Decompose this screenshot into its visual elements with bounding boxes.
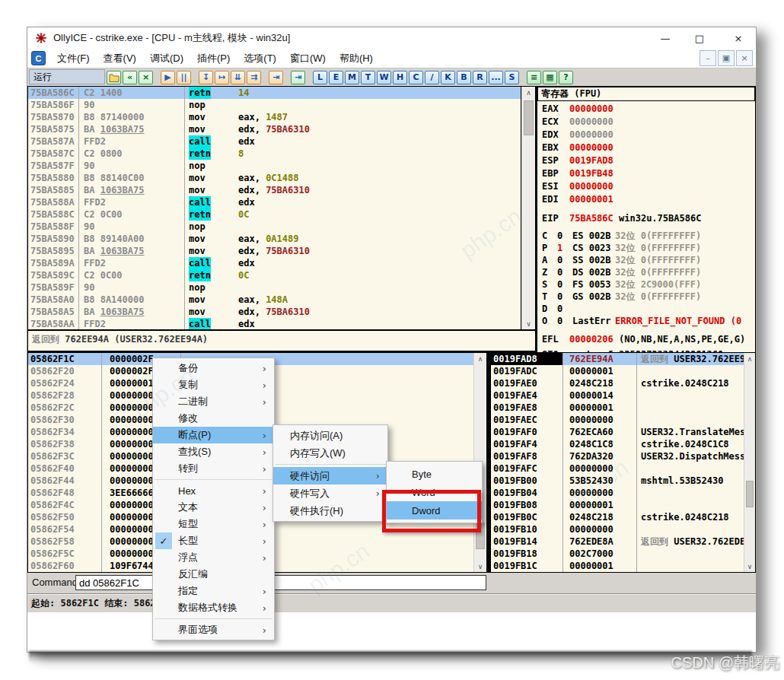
register-row[interactable]: EBP0019FB48: [542, 167, 755, 180]
view-cpu-button[interactable]: C: [409, 71, 423, 84]
menu-item-breakpoint[interactable]: 断点(P)›: [153, 427, 274, 443]
stack-row[interactable]: 0019FB0053B52430mshtml.53B52430: [491, 475, 744, 487]
view-memory-button[interactable]: M: [345, 71, 359, 84]
stack-scrollbar[interactable]: ∧ ∨: [744, 353, 755, 572]
disasm-row[interactable]: 75BA588CC2 0C00retn0C: [28, 208, 521, 221]
st0-row[interactable]: ST0empty -6.2359373223443981260: [542, 348, 755, 352]
menu-item-2[interactable]: 调试(D): [143, 52, 190, 65]
menu-item-modify[interactable]: 修改: [153, 410, 274, 427]
menu-item-data-format-convert[interactable]: 数据格式转换›: [153, 599, 274, 616]
stack-row[interactable]: 0019FB0C0248C218cstrike.0248C218: [491, 511, 744, 523]
stack-row[interactable]: 0019FAE400000014: [491, 389, 744, 402]
flag-row[interactable]: P1CS 002332位 0(FFFFFFFF): [542, 242, 755, 254]
stack-row[interactable]: 0019FB0400000000: [491, 487, 744, 499]
scroll-up-icon[interactable]: ∧: [522, 87, 535, 98]
register-row[interactable]: EDX00000000: [542, 129, 755, 141]
view-log-button[interactable]: L: [313, 71, 327, 84]
disasm-row[interactable]: 75BA5870B8 87140000moveax, 1487: [28, 111, 521, 123]
menu-item-hex[interactable]: Hex›: [153, 482, 274, 499]
stack-row[interactable]: 0019FAF40248C1C8cstrike.0248C1C8: [491, 438, 744, 450]
scrollbar-thumb[interactable]: [524, 100, 534, 135]
ollyice-app-icon[interactable]: [35, 32, 47, 44]
disasm-row[interactable]: 75BA588F90nop: [28, 221, 521, 233]
disasm-row[interactable]: 75BA588AFFD2calledx: [28, 196, 521, 208]
stack-row[interactable]: 0019FAF8762DA320USER32.DispatchMessage: [491, 450, 744, 462]
register-row[interactable]: ESI00000000: [542, 180, 755, 193]
menu-item-0[interactable]: 文件(F): [50, 52, 97, 65]
menu-item-text[interactable]: 文本›: [153, 499, 274, 516]
view-windows-button[interactable]: W: [377, 71, 391, 84]
menu-item-byte[interactable]: Byte: [387, 465, 482, 483]
menu-item-6[interactable]: 帮助(H): [333, 52, 380, 65]
menu-item-binary[interactable]: 二进制›: [153, 393, 274, 410]
scroll-down-icon[interactable]: ∨: [474, 561, 486, 572]
menu-item-short[interactable]: 短型›: [153, 516, 274, 532]
close-button[interactable]: ×: [725, 27, 751, 49]
stack-row[interactable]: 0019FB14762EDE8A返回到 USER32.762EDE8A: [491, 535, 744, 548]
disasm-row[interactable]: 75BA586CC2 1400retn14: [28, 87, 521, 99]
disasm-row[interactable]: 75BA587AFFD2calledx: [28, 135, 521, 148]
register-row[interactable]: ESP0019FAD8: [542, 154, 755, 167]
disasm-row[interactable]: 75BA58A0B8 8A140000moveax, 148A: [28, 294, 521, 306]
menu-item-memory-write[interactable]: 内存写入(W): [273, 444, 387, 462]
menu-item-long[interactable]: ✓长型›: [153, 532, 274, 549]
menu-item-hardware-execute[interactable]: 硬件执行(H): [273, 502, 387, 520]
command-input[interactable]: [75, 575, 486, 590]
stack-row[interactable]: 0019FB18002C7000: [491, 548, 744, 560]
disasm-row[interactable]: 75BA5885BA 1063BA75movedx, 75BA6310: [28, 184, 521, 196]
disasm-row[interactable]: 75BA589AFFD2calledx: [28, 257, 521, 269]
view-source-button[interactable]: S: [505, 71, 519, 84]
view-executables-button[interactable]: E: [329, 71, 343, 84]
view-references-button[interactable]: R: [473, 71, 487, 84]
view-threads-button[interactable]: T: [361, 71, 375, 84]
register-row-eip[interactable]: EIP75BA586C win32u.75BA586C: [542, 212, 755, 225]
disasm-row[interactable]: 75BA5875BA 1063BA75movedx, 75BA6310: [28, 123, 521, 135]
view-handles-button[interactable]: H: [393, 71, 407, 84]
view-breakpoints-button[interactable]: B: [457, 71, 471, 84]
disasm-row[interactable]: 75BA5880B8 88140C00moveax, 0C1488: [28, 172, 521, 184]
open-file-button[interactable]: [107, 71, 121, 84]
scrollbar-thumb[interactable]: [746, 481, 754, 507]
register-row[interactable]: EBX00000000: [542, 141, 755, 154]
disasm-row[interactable]: 75BA586F90nop: [28, 99, 521, 111]
menu-item-go-to[interactable]: 转到›: [153, 460, 274, 477]
disasm-row[interactable]: 75BA5890B8 89140A00moveax, 0A1489: [28, 233, 521, 245]
flag-row[interactable]: A0SS 002B32位 0(FFFFFFFF): [542, 254, 755, 266]
flag-row[interactable]: D0: [542, 303, 755, 315]
menu-item-float[interactable]: 浮点›: [153, 549, 274, 566]
stack-row[interactable]: 0019FAD8762EE94A返回到 USER32.762EE94A: [491, 353, 744, 365]
stack-row[interactable]: 0019FAFC00000000: [491, 462, 744, 475]
run-button[interactable]: ▶: [161, 71, 175, 84]
scroll-up-icon[interactable]: ∧: [744, 353, 755, 364]
flag-row[interactable]: T0GS 002B32位 0(FFFFFFFF): [542, 291, 755, 303]
menu-item-copy[interactable]: 复制›: [153, 377, 274, 393]
execute-till-user-code-button[interactable]: ⇥: [291, 71, 305, 84]
disasm-row[interactable]: 75BA587F90nop: [28, 160, 521, 172]
step-over-button[interactable]: ↦: [215, 71, 229, 84]
mdi-close-button[interactable]: ×: [736, 50, 753, 66]
mdi-restore-button[interactable]: ▣: [718, 50, 735, 66]
view-call-stack-button[interactable]: K: [441, 71, 455, 84]
disasm-row[interactable]: 75BA58A5BA 1063BA75movedx, 75BA6310: [28, 306, 521, 318]
flag-row[interactable]: S0FS 005332位 2C9000(FFF): [542, 278, 755, 291]
disasm-row[interactable]: 75BA58AAFFD2calledx: [28, 318, 521, 329]
menu-item-appearance-options[interactable]: 界面选项›: [153, 621, 274, 638]
disasm-row[interactable]: 75BA587CC2 0800retn8: [28, 148, 521, 160]
minimize-button[interactable]: —: [652, 27, 678, 49]
flag-row[interactable]: C0ES 002B32位 0(FFFFFFFF): [542, 230, 755, 242]
stack-row[interactable]: 0019FB1000000000: [491, 523, 744, 535]
menu-item-backup[interactable]: 备份›: [153, 360, 274, 377]
eflags-row[interactable]: EFL00000206 (NO,NB,NE,A,NS,PE,GE,G): [542, 333, 755, 345]
view-patches-button[interactable]: /: [425, 71, 439, 84]
disasm-row[interactable]: 75BA5895BA 1063BA75movedx, 75BA6310: [28, 245, 521, 257]
stack-row[interactable]: 0019FAE800000001: [491, 402, 744, 414]
pause-button[interactable]: ||: [177, 71, 191, 84]
menu-item-special[interactable]: 指定›: [153, 583, 274, 599]
step-into-button[interactable]: ↧: [199, 71, 213, 84]
menu-item-4[interactable]: 选项(T): [237, 52, 283, 65]
flag-row[interactable]: Z0DS 002B32位 0(FFFFFFFF): [542, 266, 755, 278]
scroll-down-icon[interactable]: ∨: [522, 318, 535, 329]
disassembly-scrollbar[interactable]: ∧ ∨: [521, 87, 535, 329]
appearance-button[interactable]: ▦: [543, 71, 557, 84]
windows-list-button[interactable]: ≡: [527, 71, 541, 84]
